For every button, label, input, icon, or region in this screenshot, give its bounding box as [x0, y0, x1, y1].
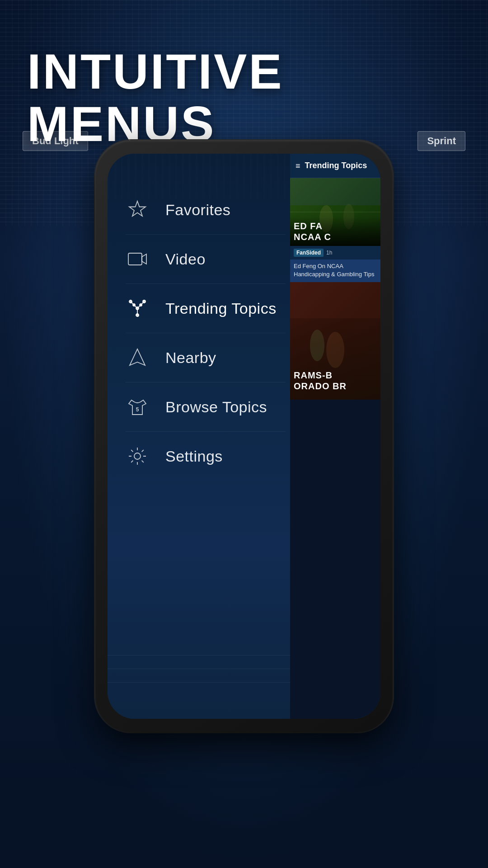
navigation-menu: Favorites Video — [126, 185, 286, 481]
menu-item-browse-topics[interactable]: 5 Browse Topics — [126, 382, 286, 432]
jersey-svg: 5 — [127, 396, 148, 417]
svg-marker-12 — [130, 349, 145, 365]
card1-headline-2: NCAA C — [294, 231, 377, 242]
menu-item-trending[interactable]: Trending Topics — [126, 284, 286, 333]
svg-point-21 — [326, 332, 344, 368]
menu-item-video[interactable]: Video — [126, 235, 286, 284]
card2-headline-1: RAMS-B — [294, 370, 377, 381]
news-card-2[interactable]: RAMS-B ORADO BR — [290, 282, 380, 400]
trending-label: Trending Topics — [165, 300, 277, 317]
svg-rect-1 — [128, 253, 142, 265]
phone-device: Favorites Video — [95, 140, 393, 732]
card2-headline-2: ORADO BR — [294, 381, 377, 392]
settings-icon — [126, 444, 149, 468]
settings-svg — [127, 446, 148, 467]
news-card-1-image: ED FA NCAA C — [290, 178, 380, 246]
browse-topics-icon: 5 — [126, 395, 149, 419]
menu-item-favorites[interactable]: Favorites — [126, 185, 286, 235]
nearby-svg — [127, 347, 148, 368]
svg-point-7 — [143, 300, 145, 303]
trending-svg — [127, 298, 148, 319]
svg-rect-23 — [290, 282, 380, 318]
svg-point-9 — [136, 314, 139, 316]
card1-info-bar: FanSided 1h — [290, 246, 380, 259]
card1-overlay: ED FA NCAA C — [290, 217, 380, 246]
svg-point-10 — [133, 304, 135, 306]
phone-screen: Favorites Video — [108, 154, 380, 719]
svg-point-11 — [140, 304, 142, 306]
svg-marker-2 — [142, 254, 146, 264]
nearby-label: Nearby — [165, 349, 216, 367]
card1-time: 1h — [326, 250, 332, 256]
svg-marker-0 — [129, 201, 145, 216]
star-svg — [127, 199, 148, 220]
nearby-icon — [126, 346, 149, 369]
panel-title: Trending Topics — [305, 161, 367, 170]
favorites-icon — [126, 198, 149, 222]
card1-description: Ed Feng On NCAA Handicapping & Gambling … — [290, 259, 380, 281]
phone-shell: Favorites Video — [95, 140, 393, 732]
svg-point-8 — [136, 307, 139, 310]
svg-point-22 — [310, 330, 324, 361]
video-icon — [126, 247, 149, 271]
svg-text:5: 5 — [136, 406, 139, 413]
browse-topics-label: Browse Topics — [165, 398, 267, 416]
news-card-1[interactable]: ED FA NCAA C FanSided 1h Ed Feng On NCAA… — [290, 178, 380, 282]
menu-item-nearby[interactable]: Nearby — [126, 333, 286, 382]
card1-headline-1: ED FA — [294, 221, 377, 231]
trending-icon — [126, 297, 149, 320]
page-title: INTUITIVE MENUS — [27, 45, 461, 150]
menu-item-settings[interactable]: Settings — [126, 432, 286, 481]
video-label: Video — [165, 250, 206, 268]
fansided-badge: FanSided — [294, 249, 324, 257]
svg-rect-17 — [290, 178, 380, 205]
favorites-label: Favorites — [165, 201, 230, 219]
video-svg — [127, 249, 148, 269]
svg-point-14 — [134, 453, 141, 459]
page-title-area: INTUITIVE MENUS — [0, 45, 488, 150]
svg-point-6 — [129, 300, 132, 303]
panel-header: ≡ Trending Topics — [290, 154, 380, 178]
settings-label: Settings — [165, 448, 223, 465]
news-card-2-image: RAMS-B ORADO BR — [290, 282, 380, 400]
trending-panel: ≡ Trending Topics — [290, 154, 380, 719]
hamburger-icon[interactable]: ≡ — [296, 162, 300, 170]
